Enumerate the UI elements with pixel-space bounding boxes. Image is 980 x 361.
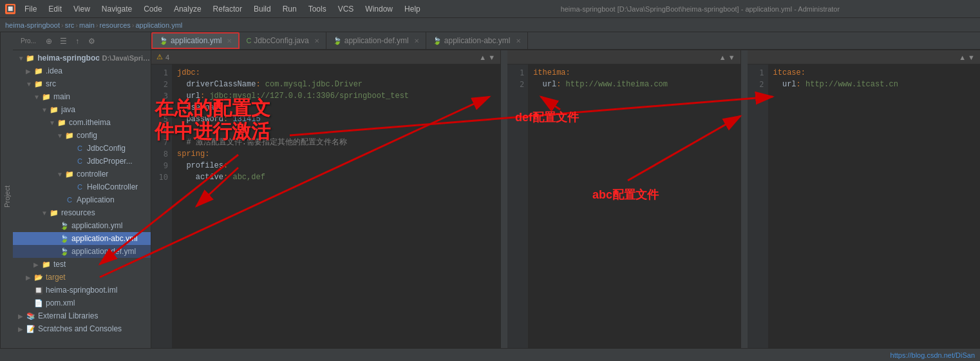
tab-application-yml[interactable]: 🍃 application.yml ✕ [151,32,240,49]
menu-bar: File Edit View Navigate Code Analyze Ref… [19,3,426,15]
tree-item-scratches[interactable]: ▶ 📝 Scratches and Consoles [13,322,151,335]
code-area-def[interactable]: 12 itheima: url: http://www.itheima.com [507,64,740,361]
code-content-def[interactable]: itheima: url: http://www.itheima.com [528,64,740,361]
menu-tools[interactable]: Tools [303,3,332,15]
breadcrumb-part-3[interactable]: main [79,21,95,29]
tree-item-controller[interactable]: ▼ 📁 controller [13,168,151,180]
config-folder-icon: 📁 [64,130,75,141]
application-icon: C [64,195,75,205]
tree-settings-btn[interactable]: ⚙ [85,35,98,48]
root-folder-icon: 📁 [25,53,35,63]
tree-item-test[interactable]: ▶ 📁 test [13,258,151,271]
scratches-icon: 📝 [26,324,36,334]
application-yml-icon: 🍃 [59,220,70,231]
tab-label-application-yml: application.yml [171,36,221,45]
application-def-yml-icon: 🍃 [59,246,70,257]
tab-yaml-icon: 🍃 [159,37,168,45]
code-area-abc[interactable]: 12 itcase: url: http://www.itcast.cn [748,64,980,361]
tree-collapse-btn[interactable]: ↑ [71,35,84,48]
menu-vcs[interactable]: VCS [333,3,359,15]
jdbcconfig-icon: C [75,143,85,153]
menu-refactor[interactable]: Refactor [208,3,247,15]
tree-root[interactable]: ▼ 📁 heima-springboot D:\Java\Sprin... [13,52,151,64]
target-folder-icon: 📂 [33,272,44,282]
tree-item-target[interactable]: ▶ 📂 target [13,271,151,284]
tab-abc-yaml-icon: 🍃 [433,37,442,45]
tree-item-java[interactable]: ▼ 📁 java [13,103,151,116]
breadcrumb-part-4[interactable]: resources [100,21,131,29]
code-content-abc[interactable]: itcase: url: http://www.itcast.cn [768,64,980,361]
code-lines-abc: 12 itcase: url: http://www.itcast.cn [748,64,980,361]
menu-help[interactable]: Help [399,3,426,15]
code-content-main[interactable]: jdbc: driverClassName: com.mysql.jdbc.Dr… [172,64,500,361]
nav-arrows-def[interactable]: ▲ ▼ [719,54,735,61]
menu-analyze[interactable]: Analyze [169,3,207,15]
tree-item-idea[interactable]: ▶ 📁 .idea [13,64,151,77]
tree-item-jdbcconfig[interactable]: C JdbcConfig [13,142,151,155]
main-area: Project Pro... ⊕ ☰ ↑ ⚙ ▼ 📁 heima-springb… [0,32,980,361]
project-panel-label[interactable]: Project [0,32,13,361]
tree-item-jdbcproperties[interactable]: C JdbcProper... [13,155,151,168]
src-folder-icon: 📁 [33,79,44,89]
tab-close-application-def[interactable]: ✕ [414,37,419,44]
editor-header-main: ⚠ 4 ▲ ▼ [151,50,500,64]
editor-area: 🍃 application.yml ✕ C JdbcConfig.java ✕ … [151,32,980,361]
tree-item-application[interactable]: C Application [13,193,151,206]
menu-window[interactable]: Window [360,3,398,15]
tree-item-resources[interactable]: ▼ 📁 resources [13,206,151,219]
editor-pane-def: ▲ ▼ 12 itheima: url: http://www.itheima.… [507,50,740,361]
editors-row: ⚠ 4 ▲ ▼ 12345678910 jdbc: driverClassNam… [151,50,980,361]
breadcrumb: heima-springboot › src › main › resource… [0,18,980,32]
editor-header-abc: ▲ ▼ [748,50,980,64]
line-numbers-abc: 12 [748,64,768,361]
tab-close-application-yml[interactable]: ✕ [227,37,232,44]
menu-edit[interactable]: Edit [43,3,67,15]
line-numbers-def: 12 [507,64,528,361]
status-right[interactable]: https://blog.csdn.net/DiSan [890,351,975,359]
warning-count-main: 4 [165,54,169,61]
tree-item-com-itheima[interactable]: ▼ 📁 com.itheima [13,116,151,129]
menu-run[interactable]: Run [278,3,302,15]
status-bar: https://blog.csdn.net/DiSan [0,348,980,361]
tree-item-src[interactable]: ▼ 📁 src [13,77,151,90]
breadcrumb-part-1[interactable]: heima-springboot [5,21,60,29]
hellocontroller-icon: C [75,182,85,192]
menu-build[interactable]: Build [249,3,276,15]
titlebar: 🔲 File Edit View Navigate Code Analyze R… [0,0,980,18]
tree-toolbar: Pro... ⊕ ☰ ↑ ⚙ [13,32,151,50]
breadcrumb-part-5[interactable]: application.yml [136,21,183,29]
tabs-bar: 🍃 application.yml ✕ C JdbcConfig.java ✕ … [151,32,980,50]
nav-arrows-abc[interactable]: ▲ ▼ [959,54,975,61]
scrollbar-main [501,50,507,361]
tree-item-config[interactable]: ▼ 📁 config [13,129,151,142]
warning-icon-main: ⚠ [156,53,163,61]
code-lines-def: 12 itheima: url: http://www.itheima.com [507,64,740,361]
tree-item-application-abc-yml[interactable]: 🍃 application-abc.yml [13,232,151,245]
breadcrumb-part-2[interactable]: src [65,21,75,29]
tree-item-hellocontroller[interactable]: C HelloController [13,180,151,193]
tree-item-application-yml[interactable]: 🍃 application.yml [13,219,151,232]
tree-add-btn[interactable]: ⊕ [42,35,55,48]
tab-close-application-abc[interactable]: ✕ [516,37,521,44]
tree-item-external-libraries[interactable]: ▶ 📚 External Libraries [13,309,151,322]
menu-file[interactable]: File [19,3,42,15]
tab-application-abc-yml[interactable]: 🍃 application-abc.yml ✕ [426,32,528,49]
tree-item-pom-xml[interactable]: 📄 pom.xml [13,297,151,309]
menu-code[interactable]: Code [138,3,167,15]
tab-application-def-yml[interactable]: 🍃 application-def.yml ✕ [326,32,426,49]
code-area-main[interactable]: 12345678910 jdbc: driverClassName: com.m… [151,64,500,361]
menu-navigate[interactable]: Navigate [97,3,137,15]
tab-jdbcconfig-java[interactable]: C JdbcConfig.java ✕ [240,32,326,49]
menu-view[interactable]: View [68,3,95,15]
tree-item-iml[interactable]: 🔲 heima-springboot.iml [13,284,151,297]
tree-list-btn[interactable]: ☰ [57,35,70,48]
idea-folder-icon: 📁 [33,66,44,76]
tree-item-main[interactable]: ▼ 📁 main [13,90,151,103]
iml-icon: 🔲 [33,285,44,295]
tree-item-application-def-yml[interactable]: 🍃 application-def.yml [13,245,151,258]
tab-close-jdbcconfig[interactable]: ✕ [314,37,319,44]
tree-project-btn[interactable]: Pro... [15,35,41,48]
app-icon: 🔲 [5,4,15,14]
external-libraries-icon: 📚 [26,311,36,321]
nav-arrows-main[interactable]: ▲ ▼ [479,54,495,61]
